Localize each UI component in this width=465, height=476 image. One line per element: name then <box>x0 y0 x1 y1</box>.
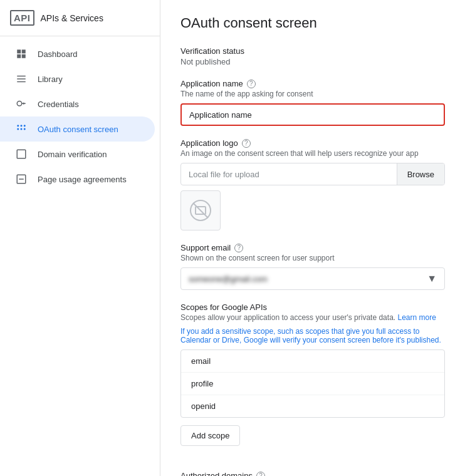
sidebar-item-page-usage[interactable]: Page usage agreements <box>0 167 155 192</box>
application-name-input[interactable] <box>180 103 445 126</box>
page-title: OAuth consent screen <box>180 15 445 31</box>
support-email-value: someone@gmail.com <box>189 274 427 284</box>
svg-point-8 <box>17 125 19 127</box>
application-logo-label: Application logo ? <box>180 138 445 148</box>
scopes-section: Scopes for Google APIs Scopes allow your… <box>180 303 445 458</box>
sidebar-item-label-dashboard: Dashboard <box>38 49 78 59</box>
sidebar-item-label-page-usage: Page usage agreements <box>38 175 127 184</box>
verification-status-label: Verification status <box>180 46 445 56</box>
scopes-label: Scopes for Google APIs <box>180 303 445 312</box>
sidebar-item-label-oauth: OAuth consent screen <box>38 125 118 134</box>
dashboard-icon <box>15 48 28 60</box>
no-image-icon <box>189 199 212 222</box>
sidebar-item-domain[interactable]: Domain verification <box>0 142 155 167</box>
sidebar-item-label-domain: Domain verification <box>38 150 107 159</box>
sidebar: API APIs & Services Dashboard Library Cr… <box>0 0 160 476</box>
svg-rect-1 <box>22 49 26 53</box>
application-logo-desc: An image on the consent screen that will… <box>180 149 445 158</box>
scope-list: email profile openid <box>180 349 445 418</box>
scopes-learn-more-link[interactable]: Learn more <box>397 313 436 322</box>
svg-rect-3 <box>22 54 26 58</box>
scope-item-email: email <box>181 350 444 373</box>
support-email-section: Support email ? Shown on the consent scr… <box>180 243 445 290</box>
main-content: OAuth consent screen Verification status… <box>160 0 465 476</box>
application-logo-help-icon[interactable]: ? <box>242 139 251 148</box>
browse-button[interactable]: Browse <box>397 163 444 185</box>
file-upload-path: Local file for upload <box>181 170 397 179</box>
domain-icon <box>15 148 28 160</box>
scopes-desc1: Scopes allow your application to access … <box>180 313 445 322</box>
file-upload-row: Local file for upload Browse <box>180 163 445 185</box>
authorized-domains-label: Authorized domains ? <box>180 471 445 476</box>
sidebar-item-credentials[interactable]: Credentials <box>0 91 155 116</box>
verification-status-section: Verification status Not published <box>180 46 445 66</box>
svg-point-12 <box>24 125 26 127</box>
sidebar-item-library[interactable]: Library <box>0 66 155 91</box>
application-name-label: Application name ? <box>180 79 445 88</box>
sidebar-item-oauth[interactable]: OAuth consent screen <box>0 116 155 142</box>
sidebar-item-label-library: Library <box>38 75 63 84</box>
application-name-help-icon[interactable]: ? <box>247 80 256 88</box>
svg-rect-14 <box>17 150 26 158</box>
dropdown-arrow-icon: ▼ <box>427 273 437 284</box>
scope-item-openid: openid <box>181 395 444 417</box>
sidebar-header: API APIs & Services <box>0 0 160 36</box>
logo-placeholder <box>180 190 221 230</box>
oauth-icon <box>15 123 28 135</box>
svg-rect-0 <box>17 49 21 53</box>
sidebar-item-dashboard[interactable]: Dashboard <box>0 41 155 66</box>
support-email-label: Support email ? <box>180 243 445 252</box>
application-name-section: Application name ? The name of the app a… <box>180 79 445 126</box>
support-email-desc: Shown on the consent screen for user sup… <box>180 254 445 262</box>
svg-point-10 <box>17 128 19 130</box>
api-logo: API <box>10 10 34 26</box>
verification-status-value: Not published <box>180 57 445 66</box>
credentials-icon <box>15 98 28 110</box>
sidebar-title: APIs & Services <box>41 13 103 23</box>
application-logo-section: Application logo ? An image on the conse… <box>180 138 445 230</box>
svg-point-11 <box>21 128 23 130</box>
scope-item-profile: profile <box>181 373 444 395</box>
svg-point-7 <box>17 101 22 106</box>
sidebar-item-label-credentials: Credentials <box>38 100 79 109</box>
svg-rect-2 <box>17 54 21 58</box>
authorized-domains-help-icon[interactable]: ? <box>256 472 265 477</box>
scopes-desc2: If you add a sensitive scope, such as sc… <box>180 327 445 344</box>
add-scope-button[interactable]: Add scope <box>180 425 240 446</box>
svg-point-9 <box>21 125 23 127</box>
svg-point-13 <box>24 128 26 130</box>
support-email-help-icon[interactable]: ? <box>234 244 243 252</box>
page-usage-icon <box>15 173 28 185</box>
authorized-domains-section: Authorized domains ? To protect you and … <box>180 471 445 476</box>
support-email-dropdown[interactable]: someone@gmail.com ▼ <box>180 267 445 290</box>
sidebar-nav: Dashboard Library Credentials OAuth cons… <box>0 36 160 192</box>
library-icon <box>15 73 28 85</box>
application-name-desc: The name of the app asking for consent <box>180 90 445 98</box>
